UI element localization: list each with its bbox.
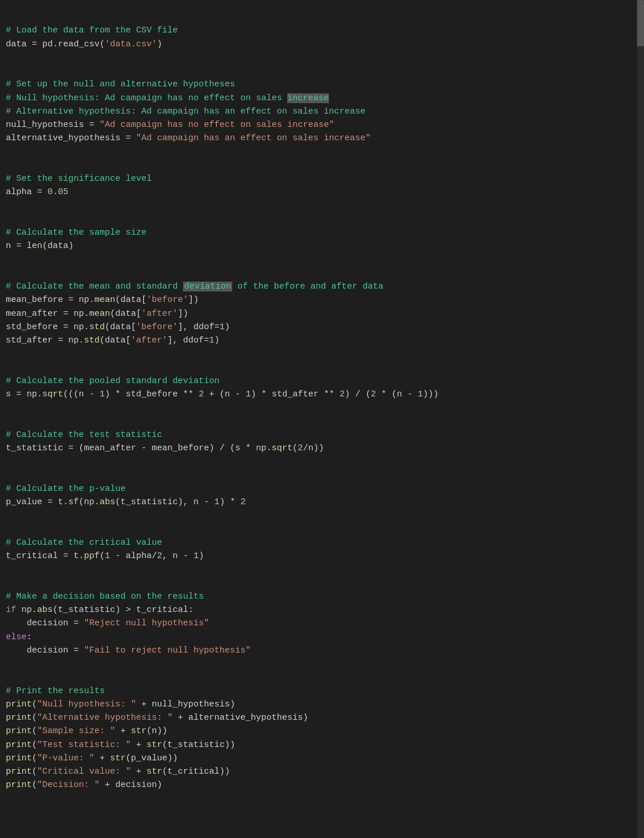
line-comment-tstat: # Calculate the test statistic [6,430,162,440]
blank-6 [6,417,11,427]
blank-7 [6,471,11,480]
line-print-null: print("Null hypothesis: " + null_hypothe… [6,699,235,709]
line-mean-before: mean_before = np.mean(data['before']) [6,295,199,305]
code-content: # Load the data from the CSV file data =… [6,10,632,806]
line-mean-after: mean_after = np.mean(data['after']) [6,309,188,319]
line-comment-sample: # Calculate the sample size [6,228,147,238]
code-editor: # Load the data from the CSV file data =… [0,0,644,838]
line-pooled: s = np.sqrt(((n - 1) * std_before ** 2 +… [6,389,438,399]
line-comment-pooled: # Calculate the pooled standard deviatio… [6,376,219,386]
line-print-alt: print("Alternative hypothesis: " + alter… [6,713,308,723]
line-comment-null: # Null hypothesis: Ad campaign has no ef… [6,93,329,103]
line-comment-1: # Load the data from the CSV file [6,25,178,35]
line-print-decision: print("Decision: " + decision) [6,780,162,790]
line-comment-sig: # Set the significance level [6,174,152,184]
line-pval: p_value = t.sf(np.abs(t_statistic), n - … [6,497,246,507]
line-comment-null-alt: # Set up the null and alternative hypoth… [6,79,235,89]
line-else: else: [6,632,32,642]
line-print-critical: print("Critical value: " + str(t_critica… [6,767,230,777]
line-std-before: std_before = np.std(data['before'], ddof… [6,322,230,332]
blank-1 [6,66,11,76]
line-comment-decision: # Make a decision based on the results [6,592,204,602]
line-reject: decision = "Reject null hypothesis" [6,618,209,628]
line-critical: t_critical = t.ppf(1 - alpha/2, n - 1) [6,551,204,561]
line-comment-alt: # Alternative hypothesis: Ad campaign ha… [6,107,365,116]
scrollbar-thumb[interactable] [637,0,644,46]
blank-9 [6,578,11,588]
line-comment-mean-std: # Calculate the mean and standard deviat… [6,282,383,292]
blank-4 [6,268,11,278]
line-std-after: std_after = np.std(data['after'], ddof=1… [6,336,219,345]
line-comment-print: # Print the results [6,686,105,696]
blank-10 [6,672,11,682]
line-print-n: print("Sample size: " + str(n)) [6,726,167,736]
blank-3 [6,214,11,224]
blank-2 [6,161,11,170]
blank-8 [6,524,11,534]
line-alpha: alpha = 0.05 [6,187,68,197]
line-code-2: data = pd.read_csv('data.csv') [6,39,162,49]
line-alt-assign: alternative_hypothesis = "Ad campaign ha… [6,133,371,143]
line-null-assign: null_hypothesis = "Ad campaign has no ef… [6,120,334,130]
line-print-tstat: print("Test statistic: " + str(t_statist… [6,740,235,750]
line-print-pval: print("P-value: " + str(p_value)) [6,753,178,763]
line-fail: decision = "Fail to reject null hypothes… [6,646,251,655]
blank-5 [6,363,11,373]
line-n: n = len(data) [6,241,74,251]
line-tstat: t_statistic = (mean_after - mean_before)… [6,443,324,453]
line-comment-critical: # Calculate the critical value [6,538,162,548]
line-comment-pval: # Calculate the p-value [6,484,126,494]
line-if: if np.abs(t_statistic) > t_critical: [6,605,193,615]
scrollbar[interactable] [637,0,644,838]
